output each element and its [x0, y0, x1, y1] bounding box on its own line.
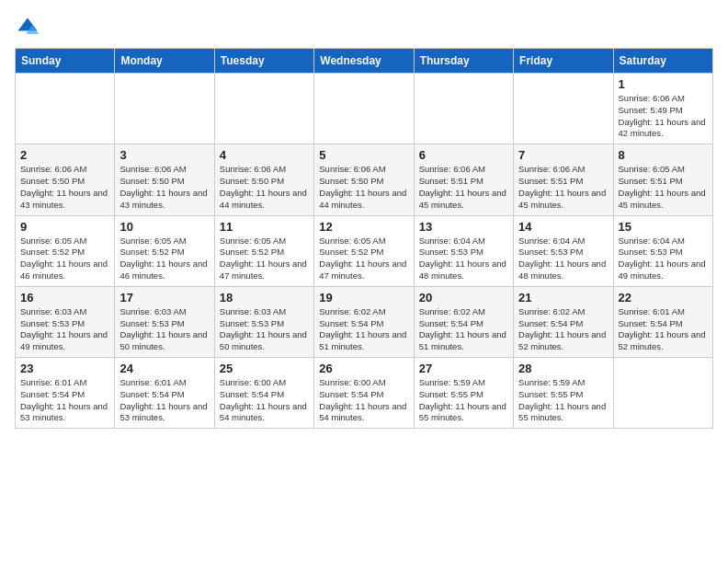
day-number: 22 [619, 291, 708, 304]
day-number: 27 [419, 362, 508, 375]
calendar-cell: 27Sunrise: 5:59 AM Sunset: 5:55 PM Dayli… [414, 358, 513, 429]
calendar-cell: 4Sunrise: 6:06 AM Sunset: 5:50 PM Daylig… [214, 144, 313, 215]
day-info: Sunrise: 6:06 AM Sunset: 5:49 PM Dayligh… [619, 93, 708, 140]
day-info: Sunrise: 5:59 AM Sunset: 5:55 PM Dayligh… [518, 377, 608, 424]
day-info: Sunrise: 6:01 AM Sunset: 5:54 PM Dayligh… [619, 306, 708, 353]
day-number: 14 [518, 220, 608, 234]
day-info: Sunrise: 6:04 AM Sunset: 5:53 PM Dayligh… [518, 236, 608, 282]
calendar-week-row: 23Sunrise: 6:01 AM Sunset: 5:54 PM Dayli… [16, 358, 713, 429]
day-number: 15 [619, 220, 708, 234]
calendar-cell: 2Sunrise: 6:06 AM Sunset: 5:50 PM Daylig… [16, 144, 115, 215]
calendar-cell: 17Sunrise: 6:03 AM Sunset: 5:53 PM Dayli… [115, 286, 214, 357]
calendar-cell [514, 74, 613, 144]
day-number: 13 [419, 220, 508, 234]
calendar-cell: 12Sunrise: 6:05 AM Sunset: 5:52 PM Dayli… [314, 215, 414, 286]
day-number: 24 [119, 362, 209, 375]
calendar-week-row: 9Sunrise: 6:05 AM Sunset: 5:52 PM Daylig… [16, 215, 713, 286]
day-info: Sunrise: 6:05 AM Sunset: 5:52 PM Dayligh… [319, 236, 408, 282]
calendar-cell: 28Sunrise: 5:59 AM Sunset: 5:55 PM Dayli… [514, 358, 613, 429]
day-number: 17 [119, 291, 209, 304]
day-number: 7 [518, 148, 608, 162]
day-number: 4 [220, 148, 309, 162]
day-number: 11 [220, 220, 309, 234]
day-info: Sunrise: 6:05 AM Sunset: 5:51 PM Dayligh… [619, 164, 708, 211]
calendar-cell: 24Sunrise: 6:01 AM Sunset: 5:54 PM Dayli… [115, 358, 214, 429]
weekday-header-tuesday: Tuesday [214, 49, 313, 74]
calendar-cell: 20Sunrise: 6:02 AM Sunset: 5:54 PM Dayli… [414, 286, 513, 357]
day-info: Sunrise: 6:06 AM Sunset: 5:50 PM Dayligh… [119, 164, 209, 211]
weekday-header-saturday: Saturday [613, 49, 712, 74]
day-info: Sunrise: 6:02 AM Sunset: 5:54 PM Dayligh… [419, 306, 508, 353]
day-info: Sunrise: 6:02 AM Sunset: 5:54 PM Dayligh… [518, 306, 608, 353]
calendar-cell: 5Sunrise: 6:06 AM Sunset: 5:50 PM Daylig… [314, 144, 414, 215]
day-number: 10 [119, 220, 209, 234]
calendar-cell: 11Sunrise: 6:05 AM Sunset: 5:52 PM Dayli… [214, 215, 313, 286]
day-number: 21 [518, 291, 608, 304]
calendar-cell: 14Sunrise: 6:04 AM Sunset: 5:53 PM Dayli… [514, 215, 613, 286]
calendar-cell: 9Sunrise: 6:05 AM Sunset: 5:52 PM Daylig… [16, 215, 115, 286]
day-info: Sunrise: 6:03 AM Sunset: 5:53 PM Dayligh… [119, 306, 209, 353]
calendar-week-row: 16Sunrise: 6:03 AM Sunset: 5:53 PM Dayli… [16, 286, 713, 357]
calendar-week-row: 1Sunrise: 6:06 AM Sunset: 5:49 PM Daylig… [16, 74, 713, 144]
day-info: Sunrise: 6:02 AM Sunset: 5:54 PM Dayligh… [319, 306, 408, 353]
day-number: 12 [319, 220, 408, 234]
day-info: Sunrise: 5:59 AM Sunset: 5:55 PM Dayligh… [419, 377, 508, 424]
calendar-cell: 21Sunrise: 6:02 AM Sunset: 5:54 PM Dayli… [514, 286, 613, 357]
day-info: Sunrise: 6:04 AM Sunset: 5:53 PM Dayligh… [619, 236, 708, 282]
day-info: Sunrise: 6:03 AM Sunset: 5:53 PM Dayligh… [20, 306, 109, 353]
weekday-header-friday: Friday [514, 49, 613, 74]
logo-icon [15, 15, 40, 40]
calendar-cell: 15Sunrise: 6:04 AM Sunset: 5:53 PM Dayli… [613, 215, 712, 286]
day-info: Sunrise: 6:05 AM Sunset: 5:52 PM Dayligh… [220, 236, 309, 282]
day-number: 16 [20, 291, 109, 304]
day-info: Sunrise: 6:05 AM Sunset: 5:52 PM Dayligh… [20, 236, 109, 282]
day-number: 18 [220, 291, 309, 304]
calendar-cell: 6Sunrise: 6:06 AM Sunset: 5:51 PM Daylig… [414, 144, 513, 215]
calendar-table: SundayMondayTuesdayWednesdayThursdayFrid… [15, 48, 713, 429]
calendar-cell: 22Sunrise: 6:01 AM Sunset: 5:54 PM Dayli… [613, 286, 712, 357]
calendar-cell: 23Sunrise: 6:01 AM Sunset: 5:54 PM Dayli… [16, 358, 115, 429]
day-number: 28 [518, 362, 608, 375]
weekday-header-row: SundayMondayTuesdayWednesdayThursdayFrid… [16, 49, 713, 74]
calendar-cell [613, 358, 712, 429]
day-info: Sunrise: 6:06 AM Sunset: 5:50 PM Dayligh… [319, 164, 408, 211]
calendar-cell: 1Sunrise: 6:06 AM Sunset: 5:49 PM Daylig… [613, 74, 712, 144]
day-number: 8 [619, 148, 708, 162]
calendar-cell [16, 74, 115, 144]
day-info: Sunrise: 6:01 AM Sunset: 5:54 PM Dayligh… [119, 377, 209, 424]
weekday-header-wednesday: Wednesday [314, 49, 414, 74]
day-number: 19 [319, 291, 408, 304]
calendar-cell: 3Sunrise: 6:06 AM Sunset: 5:50 PM Daylig… [115, 144, 214, 215]
day-info: Sunrise: 6:01 AM Sunset: 5:54 PM Dayligh… [20, 377, 109, 424]
calendar-cell: 19Sunrise: 6:02 AM Sunset: 5:54 PM Dayli… [314, 286, 414, 357]
day-info: Sunrise: 6:05 AM Sunset: 5:52 PM Dayligh… [119, 236, 209, 282]
day-info: Sunrise: 6:00 AM Sunset: 5:54 PM Dayligh… [220, 377, 309, 424]
calendar-cell [414, 74, 513, 144]
day-number: 25 [220, 362, 309, 375]
day-info: Sunrise: 6:06 AM Sunset: 5:51 PM Dayligh… [518, 164, 608, 211]
calendar-cell: 13Sunrise: 6:04 AM Sunset: 5:53 PM Dayli… [414, 215, 513, 286]
day-info: Sunrise: 6:04 AM Sunset: 5:53 PM Dayligh… [419, 236, 508, 282]
calendar-cell: 8Sunrise: 6:05 AM Sunset: 5:51 PM Daylig… [613, 144, 712, 215]
calendar-cell: 16Sunrise: 6:03 AM Sunset: 5:53 PM Dayli… [16, 286, 115, 357]
day-number: 5 [319, 148, 408, 162]
weekday-header-thursday: Thursday [414, 49, 513, 74]
day-info: Sunrise: 6:06 AM Sunset: 5:50 PM Dayligh… [220, 164, 309, 211]
calendar-cell: 18Sunrise: 6:03 AM Sunset: 5:53 PM Dayli… [214, 286, 313, 357]
calendar-cell: 7Sunrise: 6:06 AM Sunset: 5:51 PM Daylig… [514, 144, 613, 215]
day-number: 26 [319, 362, 408, 375]
day-number: 1 [619, 77, 708, 91]
day-number: 23 [20, 362, 109, 375]
calendar-cell: 26Sunrise: 6:00 AM Sunset: 5:54 PM Dayli… [314, 358, 414, 429]
calendar-cell [214, 74, 313, 144]
calendar-cell [115, 74, 214, 144]
calendar-cell: 25Sunrise: 6:00 AM Sunset: 5:54 PM Dayli… [214, 358, 313, 429]
day-info: Sunrise: 6:00 AM Sunset: 5:54 PM Dayligh… [319, 377, 408, 424]
day-number: 20 [419, 291, 508, 304]
calendar-cell [314, 74, 414, 144]
calendar-week-row: 2Sunrise: 6:06 AM Sunset: 5:50 PM Daylig… [16, 144, 713, 215]
day-info: Sunrise: 6:06 AM Sunset: 5:51 PM Dayligh… [419, 164, 508, 211]
day-info: Sunrise: 6:03 AM Sunset: 5:53 PM Dayligh… [220, 306, 309, 353]
day-number: 9 [20, 220, 109, 234]
day-number: 6 [419, 148, 508, 162]
